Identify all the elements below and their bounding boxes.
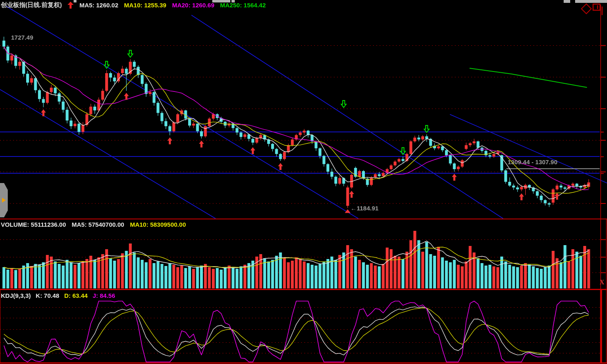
chart-canvas[interactable] [0, 0, 607, 364]
titlebar-remnant [232, 0, 235, 2]
titlebar-remnant [575, 0, 607, 3]
trading-app-window: 创业板指(日线.前复权) MA5: 1260.02 MA10: 1255.39 … [0, 0, 607, 364]
titlebar-remnant [74, 0, 76, 2]
expand-arrow-icon [2, 198, 6, 203]
close-icon[interactable]: X [600, 279, 605, 286]
sidebar-expand-handle[interactable] [0, 183, 8, 217]
titlebar-remnant [564, 0, 570, 3]
window-icon[interactable] [592, 3, 605, 17]
titlebar-remnant [212, 0, 230, 2]
